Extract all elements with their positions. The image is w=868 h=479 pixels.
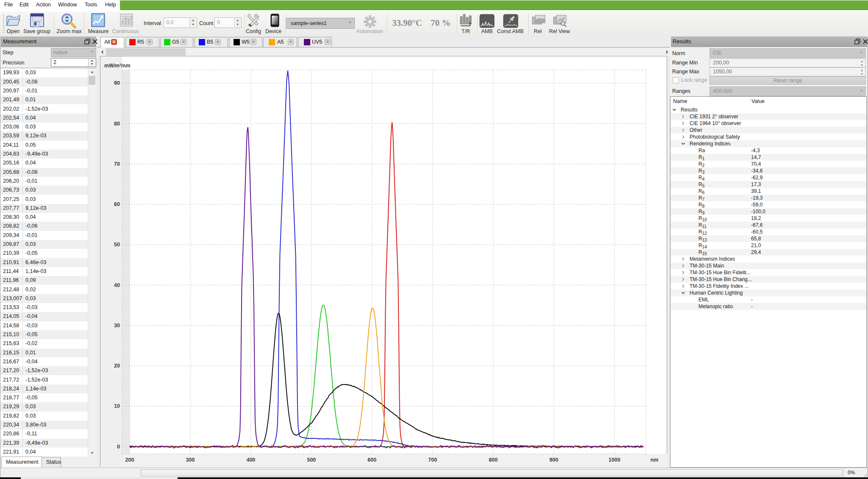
- svg-text:900: 900: [549, 457, 558, 463]
- svg-text:80: 80: [114, 121, 120, 127]
- svg-text:500: 500: [307, 457, 316, 463]
- svg-text:40: 40: [114, 282, 120, 288]
- svg-text:600: 600: [367, 457, 376, 463]
- svg-text:30: 30: [114, 323, 120, 329]
- svg-text:60: 60: [114, 201, 120, 207]
- svg-text:20: 20: [114, 363, 120, 369]
- svg-text:90: 90: [114, 80, 120, 86]
- svg-text:mW/m²/nm: mW/m²/nm: [104, 63, 130, 69]
- svg-text:200: 200: [125, 457, 134, 463]
- svg-text:1000: 1000: [609, 457, 620, 463]
- svg-text:700: 700: [428, 457, 437, 463]
- svg-text:800: 800: [489, 457, 498, 463]
- svg-text:0: 0: [117, 444, 120, 450]
- svg-text:300: 300: [186, 457, 195, 463]
- svg-text:10: 10: [114, 403, 120, 409]
- svg-text:nm: nm: [651, 457, 659, 463]
- svg-text:400: 400: [246, 457, 255, 463]
- svg-text:50: 50: [114, 242, 120, 248]
- svg-text:70: 70: [114, 161, 120, 167]
